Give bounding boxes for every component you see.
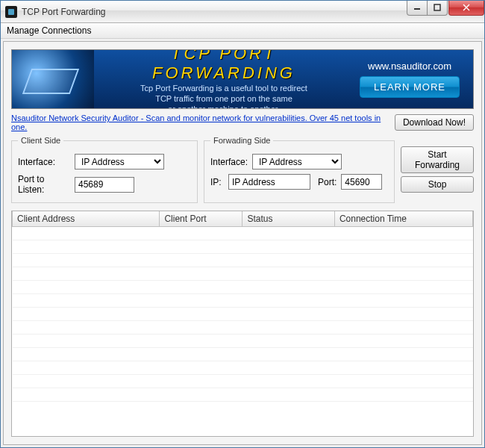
col-status[interactable]: Status — [242, 211, 334, 227]
table-row — [13, 267, 473, 281]
titlebar: TCP Port Forwarding — [1, 1, 484, 23]
connections-grid: Client Address Client Port Status Connec… — [11, 211, 474, 437]
banner-text: TCP PORT FORWARDING Tcp Port Forwarding … — [94, 49, 354, 109]
table-row — [13, 227, 473, 240]
table-row — [13, 348, 473, 361]
client-port-label: Port to Listen: — [18, 174, 70, 195]
fwd-interface-select[interactable]: IP Address — [252, 154, 342, 169]
client-interface-select[interactable]: IP Address — [75, 154, 164, 169]
window-controls — [407, 1, 484, 16]
fwd-port-input[interactable] — [341, 174, 382, 190]
table-row — [13, 254, 473, 267]
banner-graphic — [12, 50, 94, 108]
fwd-interface-label: Interface: — [210, 157, 248, 167]
promo-link[interactable]: Nsauditor Network Security Auditor - Sca… — [11, 113, 392, 131]
minimize-button[interactable] — [407, 1, 428, 16]
promo-row: Nsauditor Network Security Auditor - Sca… — [11, 113, 474, 131]
banner-cta: www.nsauditor.com LEARN MORE — [354, 60, 473, 98]
start-forwarding-button[interactable]: Start Forwarding — [401, 146, 474, 173]
col-client-address[interactable]: Client Address — [13, 211, 160, 227]
fwd-ip-input[interactable] — [228, 174, 310, 190]
close-button[interactable] — [448, 1, 484, 16]
table-row — [13, 308, 473, 321]
window-title: TCP Port Forwarding — [22, 7, 407, 17]
table-row — [13, 281, 473, 294]
table-row — [13, 335, 473, 348]
fwd-ip-label: IP: — [210, 177, 224, 187]
forwarding-side-group: Forwading Side Interface: IP Address IP:… — [204, 136, 395, 203]
table-row — [13, 240, 473, 254]
svg-rect-1 — [434, 4, 440, 10]
learn-more-button[interactable]: LEARN MORE — [360, 76, 460, 98]
banner-desc: Tcp Port Forwarding is a useful tool to … — [97, 83, 351, 109]
app-icon — [5, 6, 17, 18]
banner-url: www.nsauditor.com — [354, 60, 466, 72]
connections-table: Client Address Client Port Status Connec… — [12, 211, 473, 402]
table-row — [13, 294, 473, 308]
download-now-button[interactable]: Download Now! — [395, 114, 474, 131]
table-row — [13, 375, 473, 388]
col-connection-time[interactable]: Connection Time — [334, 211, 472, 227]
client-side-legend: Client Side — [18, 136, 63, 145]
connections-tbody — [13, 227, 473, 402]
forwarding-side-legend: Forwading Side — [210, 136, 273, 145]
table-row — [13, 321, 473, 335]
client-port-input[interactable] — [75, 177, 134, 193]
fwd-port-label: Port: — [318, 177, 337, 187]
close-icon — [463, 4, 470, 11]
application-window: TCP Port Forwarding Manage Connections T… — [0, 0, 485, 448]
menubar: Manage Connections — [1, 23, 484, 39]
maximize-icon — [434, 4, 441, 11]
table-row — [13, 388, 473, 402]
client-area: TCP PORT FORWARDING Tcp Port Forwarding … — [3, 41, 482, 445]
client-interface-label: Interface: — [18, 157, 70, 167]
action-buttons: Start Forwarding Stop — [401, 136, 474, 203]
banner-title: TCP PORT FORWARDING — [97, 49, 351, 83]
col-client-port[interactable]: Client Port — [160, 211, 242, 227]
stop-button[interactable]: Stop — [401, 176, 474, 193]
menu-manage-connections[interactable]: Manage Connections — [7, 25, 91, 36]
maximize-button[interactable] — [427, 1, 448, 16]
client-side-group: Client Side Interface: IP Address Port t… — [11, 136, 198, 203]
minimize-icon — [413, 4, 421, 11]
promo-banner[interactable]: TCP PORT FORWARDING Tcp Port Forwarding … — [11, 49, 474, 109]
table-row — [13, 361, 473, 375]
config-row: Client Side Interface: IP Address Port t… — [11, 136, 474, 203]
